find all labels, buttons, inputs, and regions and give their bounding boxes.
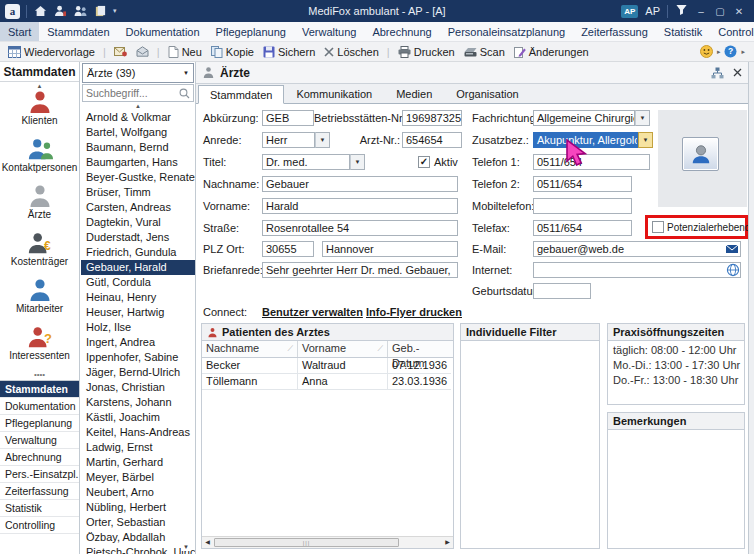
doctor-list-item[interactable]: Heinau, Henry <box>81 290 195 305</box>
table-row[interactable]: Töllemann Anna 23.03.1936 <box>202 374 453 390</box>
doctor-list-item[interactable]: Keitel, Hans-Andreas <box>81 425 195 440</box>
zip-field[interactable]: 30655 <box>262 241 314 257</box>
print-button[interactable]: Drucken <box>395 46 458 58</box>
birthdate-field[interactable] <box>533 283 591 299</box>
menu-item[interactable]: Dokumentation <box>118 22 208 41</box>
menu-item[interactable]: Statistik <box>656 22 711 41</box>
globe-icon[interactable] <box>726 263 740 277</box>
sidebar-item-kostentraeger[interactable]: € Kostenträger <box>0 231 79 267</box>
doctor-list-item[interactable]: Gebauer, Harald <box>81 260 195 275</box>
print-flyer-link[interactable]: Info-Flyer drucken <box>366 304 462 320</box>
doctor-list-item[interactable]: Kästli, Joachim <box>81 410 195 425</box>
doctor-list-item[interactable]: Brüser, Timm <box>81 185 195 200</box>
panel-close-icon[interactable] <box>733 68 742 77</box>
documents-quick-icon[interactable] <box>93 5 107 18</box>
chevron-down-icon[interactable]: ▼ <box>350 154 365 170</box>
sidebar-nav-item[interactable]: Statistik <box>0 500 79 517</box>
doctor-list-item[interactable]: Arnold & Volkmar <box>81 110 195 125</box>
chevron-down-icon[interactable]: ▼ <box>635 110 650 126</box>
close-button[interactable]: ✕ <box>733 6 745 17</box>
potential-checkbox[interactable] <box>652 221 664 233</box>
tab[interactable]: Organisation <box>444 84 530 103</box>
tab[interactable]: Medien <box>384 84 444 103</box>
website-field[interactable] <box>533 262 741 278</box>
sidebar-nav-item[interactable]: Verwaltung <box>0 432 79 449</box>
delete-button[interactable]: Löschen <box>321 46 382 58</box>
contacts-quick-icon[interactable] <box>73 5 87 18</box>
active-checkbox[interactable]: ✓ <box>418 156 430 168</box>
doctor-list-item[interactable]: Martin, Gerhard <box>81 455 195 470</box>
menu-item[interactable]: Pflegeplanung <box>208 22 294 41</box>
sidebar-nav-item[interactable]: Pers.-Einsatzpl. <box>0 466 79 483</box>
doctor-list-item[interactable]: Baumann, Bernd <box>81 140 195 155</box>
doctor-list-item[interactable]: Pietsch-Chrobok, Ulrich <box>81 545 195 554</box>
filter-icon[interactable] <box>675 4 688 18</box>
doctor-list-item[interactable]: Carsten, Andreas <box>81 200 195 215</box>
doctor-list-item[interactable]: Karstens, Johann <box>81 395 195 410</box>
city-field[interactable]: Hannover <box>322 241 458 257</box>
specialty-select[interactable]: Allgemeine Chirurgie, All <box>533 110 635 126</box>
chevron-down-icon[interactable]: ▼ <box>638 132 653 148</box>
firstname-field[interactable]: Harald <box>262 198 458 214</box>
doctor-list-item[interactable]: Özbay, Abdallah <box>81 530 195 545</box>
doctor-list-item[interactable]: Friedrich, Gundula <box>81 245 195 260</box>
list-scroll-up-icon[interactable]: ▲ <box>81 102 195 110</box>
doctor-list-item[interactable]: Neubert, Arno <box>81 485 195 500</box>
doctor-list-item[interactable]: Jonas, Christian <box>81 380 195 395</box>
sidebar-item-mitarbeiter[interactable]: Mitarbeiter <box>0 278 79 314</box>
doctor-list-item[interactable]: Jäger, Bernd-Ulrich <box>81 365 195 380</box>
menu-item[interactable]: Start <box>0 22 39 41</box>
scroll-left-icon[interactable]: ◀ <box>202 537 213 548</box>
feedback-smiley-icon[interactable] <box>700 45 713 58</box>
sidebar-nav-item[interactable]: Stammdaten <box>0 381 79 398</box>
client-quick-icon[interactable] <box>53 5 67 18</box>
scan-button[interactable]: Scan <box>461 46 508 58</box>
sidebar-item-klienten[interactable]: Klienten <box>0 90 79 126</box>
doctor-list-item[interactable]: Ladwig, Ernst <box>81 440 195 455</box>
quick-access-dropdown-icon[interactable]: ▾ <box>113 7 117 15</box>
wiedervorlage-button[interactable]: Wiedervorlage <box>5 46 98 58</box>
menu-item[interactable]: Controlling <box>710 22 754 41</box>
doctor-list-item[interactable]: Orter, Sebastian <box>81 515 195 530</box>
abbreviation-field[interactable]: GEB <box>262 110 314 126</box>
street-field[interactable]: Rosenrotallee 54 <box>262 220 458 236</box>
fax-field[interactable]: 0511/654 <box>533 220 632 236</box>
establishment-number-field[interactable]: 196987325 <box>402 110 462 126</box>
feedback-expand-icon[interactable]: ▸ <box>717 48 721 56</box>
tab[interactable]: Kommunikation <box>284 84 384 103</box>
doctor-list-item[interactable]: Baumgarten, Hans <box>81 155 195 170</box>
changes-button[interactable]: Änderungen <box>511 46 592 58</box>
mail-open-button[interactable] <box>133 46 152 57</box>
photo-button[interactable] <box>682 137 719 171</box>
sidebar-nav-item[interactable]: Dokumentation <box>0 398 79 415</box>
salutation-select[interactable]: Herr <box>262 132 315 148</box>
manage-users-link[interactable]: Benutzer verwalten <box>262 304 363 320</box>
sidebar-item-aerzte[interactable]: Ärzte <box>0 184 79 220</box>
new-button[interactable]: Neu <box>165 46 205 58</box>
table-row[interactable]: Becker Waltraud 07.12.1936 <box>202 358 453 374</box>
letter-salutation-field[interactable]: Sehr geehrter Herr Dr. med. Gebauer, <box>262 262 458 278</box>
horizontal-scrollbar[interactable]: ◀ ||| ▶ <box>202 536 453 548</box>
doctor-list-item[interactable]: Meyer, Bärbel <box>81 470 195 485</box>
doctor-list-item[interactable]: Heuser, Hartwig <box>81 305 195 320</box>
help-icon[interactable]: ? <box>724 45 737 58</box>
mail-send-button[interactable] <box>111 46 130 57</box>
menu-item[interactable]: Verwaltung <box>294 22 364 41</box>
sidebar-scroll-up-icon[interactable]: ▲ <box>0 82 79 90</box>
search-input[interactable] <box>86 87 179 99</box>
sidebar-item-kontaktpersonen[interactable]: Kontaktpersonen <box>0 137 79 173</box>
mobile-field[interactable] <box>533 198 632 214</box>
sidebar-nav-item[interactable]: Controlling <box>0 517 79 534</box>
sidebar-nav-item[interactable]: Zeiterfassung <box>0 483 79 500</box>
save-button[interactable]: Sichern <box>260 46 318 58</box>
copy-button[interactable]: Kopie <box>208 46 257 58</box>
record-type-select[interactable]: Ärzte (39) ▼ <box>82 63 194 83</box>
sidebar-nav-item[interactable]: Abrechnung <box>0 449 79 466</box>
menu-item[interactable]: Zeiterfassung <box>573 22 656 41</box>
menu-item[interactable]: Abrechnung <box>364 22 439 41</box>
sidebar-splitter[interactable]: •••• <box>0 372 79 380</box>
doctor-list-item[interactable]: Bartel, Wolfgang <box>81 125 195 140</box>
doctor-list-item[interactable]: Ippenhofer, Sabine <box>81 350 195 365</box>
sidebar-item-interessenten[interactable]: ? Interessenten <box>0 325 79 361</box>
lastname-field[interactable]: Gebauer <box>262 176 458 192</box>
